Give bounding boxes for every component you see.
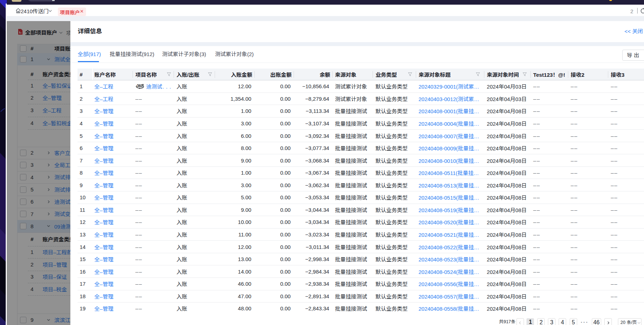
svg-text:360: 360 xyxy=(137,84,143,88)
